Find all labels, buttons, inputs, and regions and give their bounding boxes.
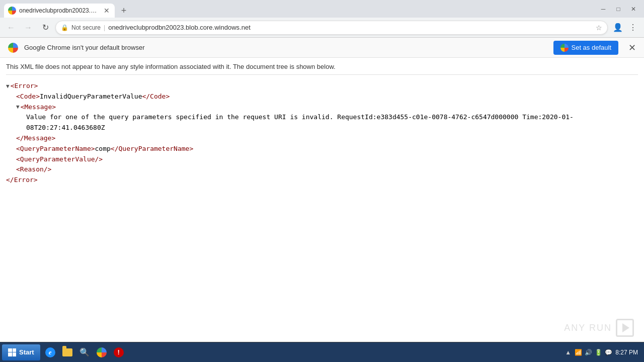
toggle-arrow-2[interactable]: ▼	[16, 103, 20, 112]
not-secure-label: Not secure	[71, 24, 101, 31]
folder-icon	[62, 348, 72, 356]
clock: 8:27 PM	[615, 349, 638, 356]
maximize-button[interactable]: □	[612, 4, 625, 14]
address-bar: ← → ↻ 🔒 Not secure | onedriveclubprodbn2…	[0, 18, 644, 38]
taskbar-warning-icon[interactable]: !	[111, 344, 127, 360]
ie-icon: e	[45, 347, 55, 357]
xml-line-4: </Message>	[6, 133, 638, 144]
tray-icon-volume: 🔊	[584, 348, 592, 356]
taskbar-items: e 🔍 !	[42, 344, 127, 360]
active-tab[interactable]: onedriveclubprodbn20023.blob... ✕	[4, 4, 115, 18]
start-label: Start	[19, 348, 34, 356]
chrome-taskbar-icon	[97, 347, 107, 357]
start-logo	[8, 348, 16, 356]
tab-bar: onedriveclubprodbn20023.blob... ✕ +	[4, 0, 597, 18]
start-button[interactable]: Start	[2, 344, 40, 360]
tray-icon-network: 📶	[574, 348, 582, 356]
xml-tag-0: <Error>	[11, 81, 38, 92]
search-icon: 🔍	[79, 347, 90, 357]
tab-title: onedriveclubprodbn20023.blob...	[19, 7, 100, 14]
taskbar-chrome-icon[interactable]	[94, 344, 110, 360]
new-tab-button[interactable]: +	[117, 4, 131, 18]
notification-close-button[interactable]: ✕	[628, 42, 636, 53]
close-button[interactable]: ✕	[627, 4, 640, 14]
xml-tag-2: <Message>	[21, 102, 56, 113]
xml-tag-5b: </QueryParameterName>	[111, 144, 193, 154]
tab-favicon	[8, 7, 16, 15]
xml-tree: ▼ <Error> <Code>InvalidQueryParameterVal…	[6, 81, 638, 186]
set-default-button[interactable]: Set as default	[553, 41, 619, 55]
xml-tag-1: <Code>	[16, 92, 40, 102]
xml-line-8: </Error>	[6, 175, 638, 186]
lock-icon: 🔒	[61, 24, 68, 31]
address-divider: |	[104, 24, 105, 31]
xml-line-5: <QueryParameterName>comp</QueryParameter…	[6, 144, 638, 154]
xml-content-5: comp	[95, 144, 111, 154]
xml-line-6: <QueryParameterValue/>	[6, 154, 638, 165]
minimize-button[interactable]: ─	[597, 4, 610, 14]
window-controls: ─ □ ✕	[597, 4, 640, 14]
tab-close-button[interactable]: ✕	[103, 7, 111, 15]
tray-icon-msg: 💬	[604, 348, 612, 356]
watermark-text: ANY RUN	[564, 323, 612, 333]
xml-tag-5a: <QueryParameterName>	[16, 144, 95, 154]
xml-tag-7: <Reason/>	[16, 164, 51, 175]
xml-tag-4: </Message>	[16, 133, 55, 144]
watermark: ANY RUN	[564, 319, 634, 337]
tray-icon-battery: 🔋	[594, 348, 602, 356]
tray-icon-1: ▲	[564, 348, 572, 356]
title-bar: onedriveclubprodbn20023.blob... ✕ + ─ □ …	[0, 0, 644, 18]
watermark-play-icon	[616, 319, 634, 337]
xml-line-0: ▼ <Error>	[6, 81, 638, 92]
taskbar-folder-icon[interactable]	[59, 344, 75, 360]
reload-button[interactable]: ↻	[38, 21, 52, 35]
taskbar-search-icon[interactable]: 🔍	[76, 344, 93, 360]
bookmark-icon[interactable]: ☆	[596, 24, 602, 32]
user-icon[interactable]: 👤	[611, 21, 625, 35]
back-button[interactable]: ←	[4, 21, 18, 35]
taskbar-right: ▲ 📶 🔊 🔋 💬 8:27 PM	[564, 348, 642, 356]
address-input[interactable]: 🔒 Not secure | onedriveclubprodbn20023.b…	[55, 21, 608, 35]
xml-tag-1b: </Code>	[142, 92, 170, 102]
xml-tag-8: </Error>	[6, 175, 38, 186]
toggle-arrow-0[interactable]: ▼	[6, 82, 10, 91]
xml-notice: This XML file does not appear to have an…	[6, 63, 638, 75]
set-default-label: Set as default	[572, 44, 612, 51]
taskbar-ie-icon[interactable]: e	[42, 344, 58, 360]
xml-tag-6: <QueryParameterValue/>	[16, 154, 103, 165]
toolbar-icons: 👤 ⋮	[611, 21, 640, 35]
notification-bar: Google Chrome isn't your default browser…	[0, 38, 644, 58]
taskbar: Start e 🔍 ! ▲ 📶 🔊 🔋 💬 8:27 PM	[0, 342, 644, 362]
url-text: onedriveclubprodbn20023.blob.core.window…	[108, 24, 593, 31]
notification-text: Google Chrome isn't your default browser	[24, 44, 547, 51]
page-content: This XML file does not appear to have an…	[0, 58, 644, 342]
system-tray: ▲ 📶 🔊 🔋 💬	[564, 348, 612, 356]
chrome-logo-small	[8, 43, 18, 53]
set-default-btn-icon	[560, 44, 569, 52]
xml-line-1: <Code>InvalidQueryParameterValue</Code>	[6, 92, 638, 102]
xml-line-2: ▼ <Message>	[6, 102, 638, 113]
menu-icon[interactable]: ⋮	[626, 21, 640, 35]
xml-content-1: InvalidQueryParameterValue	[40, 92, 142, 102]
xml-content-3: Value for one of the query parameters sp…	[26, 112, 638, 133]
forward-button[interactable]: →	[21, 21, 35, 35]
xml-line-3: Value for one of the query parameters sp…	[6, 112, 638, 133]
warning-icon: !	[114, 347, 124, 357]
xml-line-7: <Reason/>	[6, 164, 638, 175]
